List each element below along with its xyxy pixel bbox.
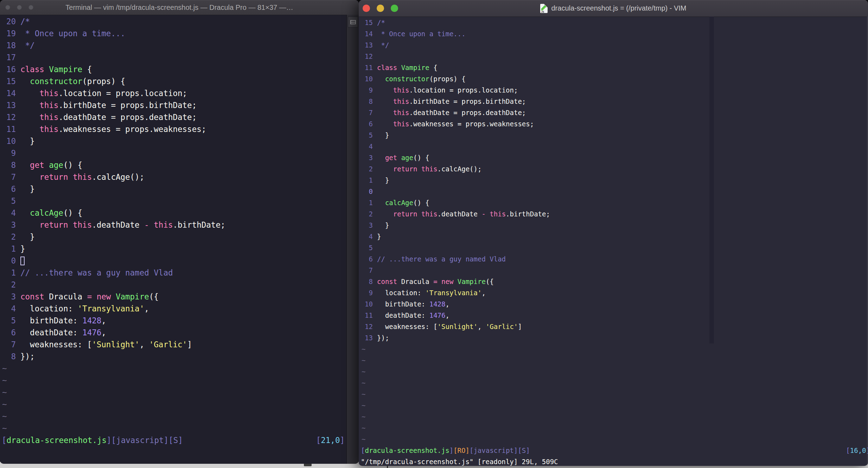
code-line[interactable]: 3 get age() { — [361, 152, 868, 163]
text-segment: weaknesses: [ — [20, 340, 92, 349]
vim-statusline-right: [dracula-screenshot.js][RO][javascript][… — [359, 445, 868, 456]
code-line[interactable]: 13 this.birthDate = props.birthDate; — [1, 99, 347, 111]
code-line[interactable]: 10 } — [1, 135, 347, 147]
code-line[interactable]: 12 — [361, 51, 868, 62]
code-line[interactable]: 1 calcAge() { — [361, 197, 868, 208]
text-segment: this — [393, 86, 409, 94]
code-line[interactable]: 2 — [1, 279, 347, 291]
tilde-row: ~ — [1, 386, 347, 398]
terminal-titlebar[interactable]: Terminal — vim /tmp/dracula-screenshot.j… — [0, 0, 359, 15]
text-segment: dracula-screenshot.js — [7, 436, 107, 445]
code-line[interactable]: 5 } — [361, 129, 868, 141]
code-line[interactable]: 4 location: 'Transylvania', — [1, 303, 347, 315]
code-line[interactable]: 1 } — [361, 175, 868, 186]
code-line[interactable]: 9 this.location = props.location; — [361, 84, 868, 96]
line-number: 2 — [361, 163, 373, 175]
text-segment: Dracula — [49, 292, 87, 301]
code-line[interactable]: 6// ...there was a guy named Vlad — [361, 253, 868, 265]
text-segment: .birthDate = props.birthDate; — [58, 101, 197, 110]
code-line[interactable]: 12 this.deathDate = props.deathDate; — [1, 111, 347, 123]
text-segment — [377, 120, 393, 128]
code-line[interactable]: 20/* — [1, 15, 347, 27]
line-number: 5 — [361, 242, 373, 253]
text-segment: } — [377, 233, 381, 240]
code-line[interactable]: 3 return this.deathDate - this.birthDate… — [1, 219, 347, 231]
text-segment — [377, 97, 393, 105]
text-segment: ({ — [486, 278, 494, 285]
code-line[interactable]: 13}); — [361, 332, 868, 343]
macvim-scrollbar-thumb[interactable] — [709, 17, 714, 343]
text-segment: , — [445, 311, 449, 319]
code-line[interactable]: 12 weaknesses: ['Sunlight', 'Garlic'] — [361, 321, 868, 332]
terminal-scrollbar-track[interactable] — [346, 15, 359, 464]
text-segment: 'Transylvania' — [78, 304, 145, 313]
code-line[interactable]: 4 calcAge() { — [1, 207, 347, 219]
text-segment: "/tmp/dracula-screenshot.js" [readonly] … — [361, 458, 558, 466]
code-line[interactable]: 0 — [361, 186, 868, 197]
macvim-titlebar[interactable]: JS dracula-screenshot.js = (/private/tmp… — [359, 0, 868, 17]
code-line[interactable]: 2 return this.deathDate - this.birthDate… — [361, 208, 868, 220]
code-line[interactable]: 3 } — [361, 220, 868, 231]
code-line[interactable]: 6 } — [1, 183, 347, 195]
code-line[interactable]: 8const Dracula = new Vampire({ — [361, 276, 868, 287]
command-line-text: "/tmp/dracula-screenshot.js" [readonly] … — [361, 456, 558, 466]
code-line[interactable]: 8 get age() { — [1, 159, 347, 171]
code-line[interactable]: 7 this.deathDate = props.deathDate; — [361, 107, 868, 118]
terminal-window-title: Terminal — vim /tmp/dracula-screenshot.j… — [0, 4, 359, 12]
code-line[interactable]: 11class Vampire { — [361, 62, 868, 73]
code-line[interactable]: 8 this.birthDate = props.birthDate; — [361, 96, 868, 107]
code-line[interactable]: 2 } — [1, 231, 347, 243]
macvim-text-area[interactable]: 15/*14 * Once upon a time...13 */1211cla… — [359, 17, 868, 466]
code-line[interactable]: 0 — [1, 255, 347, 267]
code-line[interactable]: 6 this.weaknesses = props.weaknesses; — [361, 118, 868, 129]
text-segment: .deathDate — [92, 220, 144, 229]
code-line[interactable]: 1// ...there was a guy named Vlad — [1, 267, 347, 279]
text-segment: ] — [514, 447, 518, 454]
code-line[interactable]: 5 birthDate: 1428, — [1, 315, 347, 327]
code-line[interactable]: 16class Vampire { — [1, 63, 347, 75]
code-line[interactable]: 7 weaknesses: ['Sunlight', 'Garlic'] — [1, 339, 347, 350]
code-line[interactable]: 5 — [361, 242, 868, 253]
code-line[interactable]: 10 constructor(props) { — [361, 73, 868, 84]
line-number: 7 — [1, 339, 16, 350]
macvim-window-title: JS dracula-screenshot.js = (/private/tmp… — [359, 4, 868, 13]
text-segment: return this — [39, 220, 92, 229]
cursor-position: [16,0] — [846, 445, 868, 456]
text-segment: }); — [377, 334, 389, 342]
text-segment: this — [39, 89, 58, 98]
code-line[interactable]: 10 birthDate: 1428, — [361, 298, 868, 310]
code-line[interactable]: 4} — [361, 231, 868, 242]
split-pane-button[interactable] — [348, 17, 358, 27]
js-file-icon-art — [541, 6, 546, 11]
code-line[interactable]: 11 deathDate: 1476, — [361, 310, 868, 321]
code-line[interactable]: 17 — [1, 51, 347, 63]
code-line[interactable]: 18 */ — [1, 39, 347, 51]
code-line[interactable]: 9 — [1, 147, 347, 159]
code-line[interactable]: 7 return this.calcAge(); — [1, 171, 347, 183]
code-line[interactable]: 19 * Once upon a time... — [1, 27, 347, 39]
code-line[interactable]: 9 location: 'Transylvania', — [361, 287, 868, 298]
code-line[interactable]: 15 constructor(props) { — [1, 75, 347, 87]
text-segment: S — [173, 436, 178, 445]
code-line[interactable]: 15/* — [361, 17, 868, 28]
code-line[interactable]: 14 * Once upon a time... — [361, 28, 868, 39]
text-segment: */ — [20, 41, 35, 50]
tilde-row: ~ — [1, 410, 347, 422]
code-line[interactable]: 1} — [1, 243, 347, 255]
text-segment — [377, 109, 393, 116]
code-line[interactable]: 14 this.location = props.location; — [1, 87, 347, 99]
code-line[interactable]: 6 deathDate: 1476, — [1, 327, 347, 339]
code-line[interactable]: 13 */ — [361, 39, 868, 51]
code-line[interactable]: 2 return this.calcAge(); — [361, 163, 868, 175]
line-number: 6 — [361, 253, 373, 265]
text-segment: // ...there was a guy named Vlad — [377, 255, 506, 263]
terminal-vim-text-area[interactable]: 20/*19 * Once upon a time...18 */1716cla… — [0, 15, 347, 464]
code-line[interactable]: 5 — [1, 195, 347, 207]
code-line[interactable]: 3const Dracula = new Vampire({ — [1, 291, 347, 303]
code-line[interactable]: 4 — [361, 141, 868, 152]
code-line[interactable]: 11 this.weaknesses = props.weaknesses; — [1, 123, 347, 135]
code-line[interactable]: 8}); — [1, 350, 347, 362]
text-segment: .calcAge(); — [438, 165, 482, 173]
code-line[interactable]: 7 — [361, 265, 868, 276]
line-number: 18 — [1, 39, 16, 51]
